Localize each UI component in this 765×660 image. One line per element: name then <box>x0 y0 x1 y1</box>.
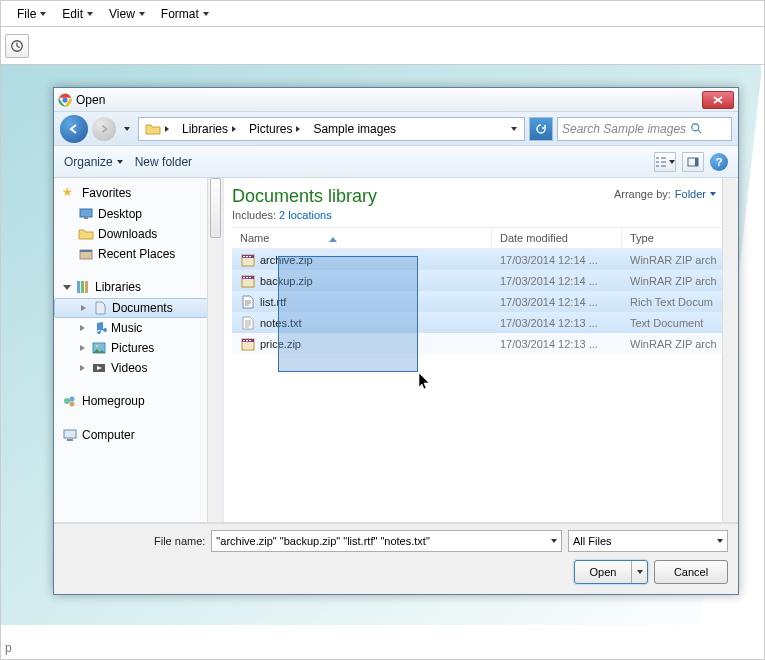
col-date[interactable]: Date modified <box>492 228 622 248</box>
preview-pane-button[interactable] <box>682 152 704 172</box>
back-button[interactable] <box>60 115 88 143</box>
arrange-by[interactable]: Arrange by: Folder <box>614 188 716 200</box>
arrow-right-icon <box>99 124 109 134</box>
menu-format[interactable]: Format <box>153 5 217 23</box>
view-mode-button[interactable] <box>654 152 676 172</box>
pictures-icon <box>91 340 107 356</box>
expand-icon[interactable] <box>79 304 88 313</box>
svg-rect-11 <box>81 281 84 293</box>
caret-icon <box>117 160 123 164</box>
tree-favorites[interactable]: ★Favorites <box>54 182 223 204</box>
breadcrumb-root[interactable] <box>139 118 176 140</box>
documents-icon <box>92 300 108 316</box>
cancel-button[interactable]: Cancel <box>654 560 728 584</box>
dialog-titlebar[interactable]: Open <box>54 88 738 112</box>
breadcrumb-dropdown[interactable] <box>505 118 524 140</box>
tree-documents[interactable]: Documents <box>54 298 223 318</box>
help-button[interactable]: ? <box>710 153 728 171</box>
menu-edit[interactable]: Edit <box>54 5 101 23</box>
tree-computer[interactable]: Computer <box>54 424 223 446</box>
tree-pictures[interactable]: Pictures <box>54 338 223 358</box>
svg-rect-19 <box>64 430 76 438</box>
svg-point-17 <box>70 397 75 402</box>
nav-history-caret-icon[interactable] <box>124 127 130 131</box>
refresh-button[interactable] <box>529 117 553 141</box>
file-type-cell: WinRAR ZIP arch <box>622 338 738 350</box>
tree-music[interactable]: Music <box>54 318 223 338</box>
refresh-icon <box>535 123 547 135</box>
new-folder-button[interactable]: New folder <box>135 155 192 169</box>
close-icon <box>713 96 723 104</box>
sort-asc-icon <box>329 237 337 242</box>
tree-recent[interactable]: Recent Places <box>54 244 223 264</box>
filename-value: "archive.zip" "backup.zip" "list.rtf" "n… <box>216 535 429 547</box>
open-dialog: Open Libraries Pictures Sample images Se… <box>53 87 739 595</box>
svg-point-2 <box>62 97 67 102</box>
close-button[interactable] <box>702 91 734 109</box>
tree-scrollbar[interactable] <box>207 178 223 522</box>
expand-icon[interactable] <box>78 324 87 333</box>
svg-rect-30 <box>249 277 251 278</box>
chevron-right-icon <box>232 126 236 132</box>
filter-value: All Files <box>573 535 612 547</box>
search-input[interactable]: Search Sample images <box>557 117 732 141</box>
recent-places-icon <box>78 246 94 262</box>
open-button[interactable]: Open <box>574 560 648 584</box>
breadcrumb-seg[interactable]: Libraries <box>176 118 243 140</box>
caret-icon <box>511 127 517 131</box>
col-name[interactable]: Name <box>232 228 492 248</box>
chevron-right-icon <box>296 126 300 132</box>
svg-rect-33 <box>243 340 245 341</box>
includes-link[interactable]: 2 locations <box>279 209 332 221</box>
chevron-right-icon <box>165 126 169 132</box>
app-menubar: File Edit View Format <box>1 1 764 27</box>
tree-videos[interactable]: Videos <box>54 358 223 378</box>
svg-rect-29 <box>246 277 248 278</box>
filename-input[interactable]: "archive.zip" "backup.zip" "list.rtf" "n… <box>211 530 562 552</box>
search-placeholder: Search Sample images <box>562 122 686 136</box>
svg-point-3 <box>692 123 699 130</box>
nav-bar: Libraries Pictures Sample images Search … <box>54 112 738 146</box>
tree-homegroup[interactable]: Homegroup <box>54 390 223 412</box>
tree-downloads[interactable]: Downloads <box>54 224 223 244</box>
file-date-cell: 17/03/2014 12:13 ... <box>492 317 622 329</box>
expand-icon[interactable] <box>62 283 71 292</box>
expand-icon[interactable] <box>78 344 87 353</box>
videos-icon <box>91 360 107 376</box>
caret-icon[interactable] <box>717 539 723 543</box>
forward-button[interactable] <box>92 117 116 141</box>
breadcrumb-seg[interactable]: Pictures <box>243 118 307 140</box>
tree-desktop[interactable]: Desktop <box>54 204 223 224</box>
caret-icon <box>637 570 643 574</box>
caret-icon[interactable] <box>551 539 557 543</box>
expand-icon[interactable] <box>78 364 87 373</box>
caret-icon <box>669 160 675 164</box>
breadcrumb-seg[interactable]: Sample images <box>307 118 403 140</box>
menu-view[interactable]: View <box>101 5 153 23</box>
file-type-cell: Rich Text Docum <box>622 296 738 308</box>
svg-rect-24 <box>246 256 248 257</box>
file-date-cell: 17/03/2014 12:14 ... <box>492 275 622 287</box>
svg-rect-5 <box>695 158 698 166</box>
list-view-icon <box>655 156 667 168</box>
breadcrumb[interactable]: Libraries Pictures Sample images <box>138 117 525 141</box>
chrome-icon <box>58 93 72 107</box>
file-type-cell: WinRAR ZIP arch <box>622 275 738 287</box>
tree-libraries[interactable]: Libraries <box>54 276 223 298</box>
organize-menu[interactable]: Organize <box>64 155 123 169</box>
dialog-title: Open <box>76 93 105 107</box>
libraries-icon <box>75 279 91 295</box>
open-split-button[interactable] <box>631 561 647 583</box>
content-scrollbar[interactable] <box>722 178 738 522</box>
file-type-cell: Text Document <box>622 317 738 329</box>
svg-rect-9 <box>80 250 92 252</box>
computer-icon <box>62 427 78 443</box>
column-headers[interactable]: Name Date modified Type <box>232 227 738 249</box>
scrollbar-thumb[interactable] <box>210 178 221 238</box>
menu-file[interactable]: File <box>9 5 54 23</box>
file-type-filter[interactable]: All Files <box>568 530 728 552</box>
caret-icon <box>710 192 716 196</box>
history-button[interactable] <box>5 34 29 58</box>
col-type[interactable]: Type <box>622 228 738 248</box>
music-icon <box>91 320 107 336</box>
